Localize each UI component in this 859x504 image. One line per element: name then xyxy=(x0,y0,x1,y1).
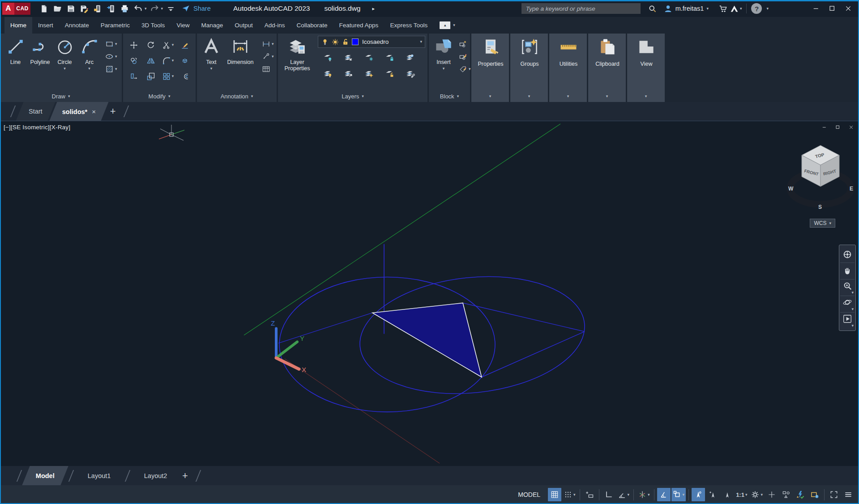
layer-thaw-button[interactable] xyxy=(364,69,374,79)
ribbon-tab-insert[interactable]: Insert xyxy=(32,17,59,34)
stretch-button[interactable] xyxy=(129,72,138,81)
panel-expand-view[interactable]: ▾ xyxy=(627,91,665,102)
plot-button[interactable] xyxy=(119,3,130,14)
isolate-objects-button[interactable] xyxy=(779,488,793,501)
text-button[interactable]: Text▾ xyxy=(200,36,222,91)
insert-block-button[interactable]: Insert▾ xyxy=(432,36,455,91)
pan-button[interactable] xyxy=(840,263,855,280)
minimize-button[interactable] xyxy=(812,4,821,13)
ribbon-display-caret[interactable]: ▾ xyxy=(453,23,455,27)
layer-on-button[interactable] xyxy=(323,69,333,79)
layer-settings-button[interactable] xyxy=(406,69,415,79)
ribbon-tab-add-ins[interactable]: Add-ins xyxy=(259,17,291,34)
zoom-button[interactable]: ▾ xyxy=(840,280,855,296)
array-button[interactable]: ▾ xyxy=(162,72,174,81)
layer-isolate-button[interactable] xyxy=(344,53,354,63)
object-snap-button[interactable]: ▾ xyxy=(671,488,686,501)
isometric-drafting-button[interactable] xyxy=(657,488,671,501)
layer-unlock-all-button[interactable] xyxy=(385,69,395,79)
ortho-mode-button[interactable] xyxy=(602,488,615,501)
file-tab-solidos[interactable]: solidos*× xyxy=(49,102,108,121)
object-snap-tracking-button[interactable]: ▾ xyxy=(637,488,651,501)
ribbon-tab-annotate[interactable]: Annotate xyxy=(59,17,95,34)
annotation-visibility-button[interactable] xyxy=(692,488,705,501)
new-file-button[interactable] xyxy=(38,3,50,14)
help-icon[interactable]: ? xyxy=(751,3,762,14)
save-button[interactable] xyxy=(65,3,77,14)
ellipse-button[interactable]: ▾ xyxy=(105,52,117,61)
ribbon-tab-parametric[interactable]: Parametric xyxy=(95,17,136,34)
app-store-cart-icon[interactable] xyxy=(718,3,729,14)
dynamic-input-button[interactable] xyxy=(583,488,596,501)
layout-tab-model[interactable]: Model xyxy=(22,466,68,485)
wcs-selector[interactable]: WCS ▾ xyxy=(810,219,835,228)
layer-off-button[interactable] xyxy=(323,53,333,63)
annotation-autoscale-button[interactable] xyxy=(706,488,719,501)
xline-green[interactable] xyxy=(244,124,560,335)
ribbon-tab-collaborate[interactable]: Collaborate xyxy=(291,17,333,34)
viewcube-cube[interactable]: TOP FRONT RIGHT xyxy=(802,145,839,186)
model-space-canvas[interactable]: Z Y X xyxy=(0,121,859,466)
panel-view[interactable]: View▾ xyxy=(627,34,665,102)
layer-properties-button[interactable]: Layer Properties xyxy=(281,36,313,91)
grid-display-button[interactable] xyxy=(548,488,561,501)
graphics-performance-button[interactable] xyxy=(794,488,807,501)
ribbon-tab-manage[interactable]: Manage xyxy=(195,17,229,34)
close-button[interactable] xyxy=(844,4,853,13)
help-menu-caret[interactable]: ▾ xyxy=(766,7,769,11)
drawing-objects[interactable] xyxy=(278,244,590,412)
arc-button[interactable]: Arc▾ xyxy=(77,36,102,91)
create-block-button[interactable] xyxy=(459,40,471,48)
explode-button[interactable] xyxy=(180,56,189,65)
fillet-button[interactable]: ▾ xyxy=(162,56,174,65)
ucs-icon[interactable]: Z Y X xyxy=(271,319,306,373)
panel-label-block[interactable]: Block▾ xyxy=(429,91,470,102)
edit-attributes-button[interactable]: ▾ xyxy=(459,65,471,73)
dimension-button[interactable]: Dimension xyxy=(222,36,258,91)
layer-dropdown-caret[interactable]: ▾ xyxy=(420,40,422,44)
status-crosshair-button[interactable] xyxy=(765,488,778,501)
layer-match-button[interactable] xyxy=(406,53,415,63)
file-tab-Start[interactable]: Start xyxy=(16,102,56,121)
ribbon-tab-home[interactable]: Home xyxy=(4,17,32,34)
scale-button[interactable] xyxy=(146,72,155,81)
polar-tracking-button[interactable]: ▾ xyxy=(616,488,631,501)
ribbon-collapse-control[interactable]: ▴▾ xyxy=(440,17,455,34)
model-space-button[interactable]: MODEL xyxy=(513,489,545,500)
orbit-button[interactable]: ▾ xyxy=(840,296,855,313)
signed-in-user[interactable]: m.freitas1 xyxy=(675,5,704,12)
layer-dropdown[interactable]: Icosaedro ▾ xyxy=(318,36,425,48)
viewport-minimize[interactable] xyxy=(821,124,828,131)
ribbon-tab-output[interactable]: Output xyxy=(229,17,259,34)
rotate-button[interactable] xyxy=(146,41,155,50)
rectangle-button[interactable]: ▾ xyxy=(105,40,117,48)
ribbon-tab-view[interactable]: View xyxy=(171,17,195,34)
line-button[interactable]: Line xyxy=(3,36,28,91)
layer-lock-button[interactable] xyxy=(385,53,395,63)
move-button[interactable] xyxy=(129,41,138,50)
annotation-scale-icon-button[interactable] xyxy=(720,488,734,501)
close-tab-icon[interactable]: × xyxy=(92,108,96,115)
save-to-web-mobile-button[interactable] xyxy=(106,3,117,14)
new-drawing-button[interactable]: + xyxy=(110,102,116,121)
drawing-viewport[interactable]: Z Y X [−][SE Isometric][X-Ray] W S E TOP xyxy=(0,121,859,466)
offset-button[interactable] xyxy=(180,72,189,81)
layer-color-swatch[interactable] xyxy=(352,38,359,45)
search-icon[interactable] xyxy=(647,3,658,14)
copy-button[interactable] xyxy=(129,56,138,65)
panel-label-draw[interactable]: Draw▾ xyxy=(0,91,122,102)
layout-tab-layout1[interactable]: Layout1 xyxy=(74,466,124,485)
user-menu-caret[interactable]: ▾ xyxy=(706,7,709,11)
redo-button[interactable]: ▾ xyxy=(149,3,163,14)
maximize-button[interactable] xyxy=(828,4,837,13)
panel-utilities[interactable]: Utilities▾ xyxy=(549,34,587,102)
circle-button[interactable]: Circle▾ xyxy=(52,36,77,91)
compass-east[interactable]: E xyxy=(850,186,853,192)
autocad-logo[interactable]: A CAD xyxy=(2,3,30,15)
annotation-scale-value-button[interactable]: 1:1▾ xyxy=(735,488,748,501)
ribbon-tab-featured-apps[interactable]: Featured Apps xyxy=(333,17,385,34)
panel-collapse-icon[interactable]: ▴ xyxy=(440,21,450,29)
panel-expand-utilities[interactable]: ▾ xyxy=(549,91,587,102)
user-avatar-icon[interactable] xyxy=(662,3,674,14)
layout-tab-layout2[interactable]: Layout2 xyxy=(130,466,181,485)
